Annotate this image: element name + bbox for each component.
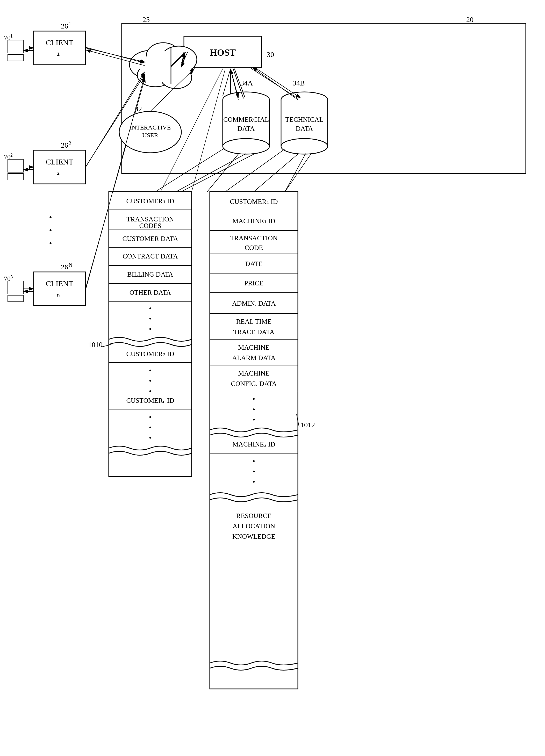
svg-text:•: • <box>149 377 152 385</box>
svg-text:26: 26 <box>61 22 68 30</box>
svg-text:•: • <box>149 325 152 333</box>
svg-rect-20 <box>34 150 85 184</box>
svg-text:26: 26 <box>61 263 68 271</box>
svg-text:RESOURCE: RESOURCE <box>236 512 271 520</box>
svg-text:2: 2 <box>69 140 71 146</box>
svg-text:CONTRACT DATA: CONTRACT DATA <box>123 253 178 260</box>
svg-text:•: • <box>253 457 255 465</box>
svg-line-160 <box>254 67 300 98</box>
svg-line-158 <box>231 69 238 98</box>
svg-line-156 <box>192 69 225 192</box>
svg-text:OTHER DATA: OTHER DATA <box>130 289 171 296</box>
svg-text:MACHINE₁ ID: MACHINE₁ ID <box>232 217 275 225</box>
svg-rect-23 <box>34 272 85 306</box>
svg-text:DATA: DATA <box>237 125 255 132</box>
svg-text:•: • <box>253 405 255 413</box>
svg-text:CONFIG. DATA: CONFIG. DATA <box>231 380 277 387</box>
svg-text:ADMIN. DATA: ADMIN. DATA <box>232 300 276 307</box>
svg-line-170 <box>176 154 246 192</box>
svg-point-67 <box>223 92 269 107</box>
svg-text:ALLOCATION: ALLOCATION <box>233 522 275 530</box>
svg-line-152 <box>181 154 254 192</box>
svg-text:•: • <box>253 467 255 476</box>
svg-text:1010: 1010 <box>88 341 103 349</box>
svg-line-83 <box>234 69 245 97</box>
svg-point-10 <box>137 63 174 87</box>
svg-point-6 <box>130 51 171 79</box>
svg-rect-115 <box>210 192 298 689</box>
svg-point-7 <box>146 43 180 69</box>
svg-text:DATE: DATE <box>245 260 262 268</box>
svg-point-8 <box>161 46 197 73</box>
svg-rect-37 <box>8 174 23 180</box>
svg-text:34A: 34A <box>240 79 253 87</box>
svg-text:70: 70 <box>4 34 11 42</box>
svg-text:26: 26 <box>61 141 68 149</box>
svg-text:CLIENT: CLIENT <box>46 38 74 47</box>
svg-text:INTERACTIVE: INTERACTIVE <box>130 124 171 131</box>
svg-point-12 <box>140 51 192 82</box>
svg-text:CLIENT: CLIENT <box>46 279 74 288</box>
svg-text:•: • <box>49 226 52 235</box>
svg-rect-17 <box>34 31 85 65</box>
svg-text:1: 1 <box>10 33 13 39</box>
svg-line-15 <box>181 54 187 66</box>
svg-text:TRACE DATA: TRACE DATA <box>233 328 275 336</box>
svg-text:CUSTOMER DATA: CUSTOMER DATA <box>123 235 178 242</box>
svg-text:2: 2 <box>10 153 13 158</box>
svg-text:ALARM DATA: ALARM DATA <box>232 354 276 362</box>
svg-text:KNOWLEDGE: KNOWLEDGE <box>232 533 275 540</box>
svg-line-169 <box>155 148 225 192</box>
svg-point-64 <box>119 111 181 153</box>
svg-line-159 <box>231 69 238 100</box>
svg-text:20: 20 <box>466 16 474 24</box>
svg-text:CUSTOMER₁ ID: CUSTOMER₁ ID <box>126 197 174 205</box>
svg-point-78 <box>281 139 328 154</box>
svg-point-71 <box>223 139 269 154</box>
svg-rect-75 <box>281 100 328 146</box>
svg-text:DATA: DATA <box>296 125 313 132</box>
diagram-container: HOST 30 20 25 CLIENT ₁ CLIENT ₂ <box>0 0 545 756</box>
svg-text:₂: ₂ <box>57 168 60 176</box>
svg-text:•: • <box>49 213 52 222</box>
svg-line-53 <box>181 52 188 65</box>
svg-line-164 <box>86 72 145 167</box>
svg-line-168 <box>150 69 194 111</box>
svg-text:N: N <box>69 262 72 268</box>
svg-line-54 <box>171 52 184 66</box>
svg-text:25: 25 <box>142 16 150 24</box>
svg-line-52 <box>85 78 145 289</box>
svg-text:CUSTOMERₙ ID: CUSTOMERₙ ID <box>126 397 174 404</box>
svg-rect-1 <box>184 36 262 67</box>
svg-text:•: • <box>149 434 152 442</box>
svg-text:TRANSACTION: TRANSACTION <box>126 215 174 223</box>
svg-text:CODE: CODE <box>245 244 263 251</box>
svg-line-171 <box>225 149 285 192</box>
svg-line-59 <box>223 69 231 96</box>
svg-text:•: • <box>49 239 52 248</box>
svg-text:COMMERCIAL: COMMERCIAL <box>223 116 269 123</box>
svg-text:HOST: HOST <box>210 47 236 58</box>
svg-text:ₙ: ₙ <box>57 290 60 298</box>
svg-line-51 <box>85 74 145 167</box>
svg-line-16 <box>171 52 186 67</box>
svg-line-150 <box>297 414 299 427</box>
svg-text:CUSTOMER₂ ID: CUSTOMER₂ ID <box>126 350 174 358</box>
svg-text:•: • <box>149 413 152 421</box>
svg-text:•: • <box>149 366 152 375</box>
svg-text:USER: USER <box>142 132 158 139</box>
svg-rect-68 <box>223 100 269 146</box>
svg-text:34B: 34B <box>293 79 305 87</box>
svg-text:•: • <box>253 395 255 403</box>
svg-text:MACHINE: MACHINE <box>238 344 269 351</box>
svg-text:•: • <box>253 478 255 486</box>
svg-line-84 <box>234 69 245 97</box>
svg-text:CUSTOMER₁ ID: CUSTOMER₁ ID <box>230 198 278 205</box>
svg-rect-41 <box>8 295 23 302</box>
svg-text:BILLING DATA: BILLING DATA <box>127 271 173 278</box>
svg-text:32: 32 <box>135 105 142 113</box>
svg-text:₁: ₁ <box>57 49 60 57</box>
svg-text:•: • <box>253 416 255 424</box>
svg-text:70: 70 <box>4 275 11 283</box>
svg-line-114 <box>101 344 111 347</box>
